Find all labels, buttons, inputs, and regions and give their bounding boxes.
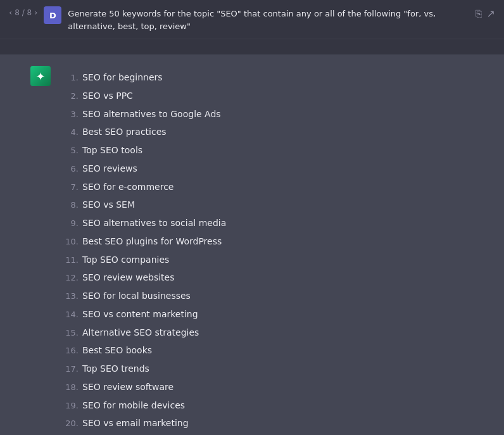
list-item: 14.SEO vs content marketing xyxy=(61,305,474,324)
item-number: 5. xyxy=(61,144,79,158)
copy-icon[interactable]: ⎘ xyxy=(476,8,482,20)
list-item: 16.Best SEO books xyxy=(61,341,474,360)
item-number: 19. xyxy=(61,399,79,413)
item-number: 1. xyxy=(61,71,79,85)
list-item: 17.Top SEO trends xyxy=(61,360,474,378)
list-item: 6.SEO reviews xyxy=(61,160,474,178)
top-bar: ‹ 8 / 8 › D Generate 50 keywords for the… xyxy=(0,0,504,39)
list-item: 7.SEO for e-commerce xyxy=(61,178,474,196)
top-bar-actions: ⎘ ↗ xyxy=(476,6,495,20)
item-number: 14. xyxy=(61,308,79,322)
item-number: 3. xyxy=(61,108,79,122)
item-number: 12. xyxy=(61,271,79,286)
item-number: 7. xyxy=(61,180,79,195)
list-item: 20.SEO vs email marketing xyxy=(61,414,474,432)
keyword-list: 1.SEO for beginners2.SEO vs PPC3.SEO alt… xyxy=(61,68,474,435)
list-item: 13.SEO for local businesses xyxy=(61,287,474,305)
list-item: 15.Alternative SEO strategies xyxy=(61,324,474,342)
list-item: 2.SEO vs PPC xyxy=(61,87,474,105)
assistant-message: ✦ 1.SEO for beginners2.SEO vs PPC3.SEO a… xyxy=(0,54,504,435)
item-number: 18. xyxy=(61,381,79,395)
nav-counter: 8 / 8 xyxy=(15,8,32,17)
list-item: 12.SEO review websites xyxy=(61,268,474,287)
message-body: 1.SEO for beginners2.SEO vs PPC3.SEO alt… xyxy=(61,66,474,435)
main-content: ✦ 1.SEO for beginners2.SEO vs PPC3.SEO a… xyxy=(0,39,504,435)
prompt-text: Generate 50 keywords for the topic "SEO"… xyxy=(68,6,469,32)
item-number: 11. xyxy=(61,253,79,268)
item-number: 17. xyxy=(61,362,79,377)
chatgpt-logo-icon: ✦ xyxy=(35,70,45,83)
item-number: 16. xyxy=(61,344,79,358)
list-item: 19.SEO for mobile devices xyxy=(61,396,474,415)
item-number: 2. xyxy=(61,89,79,104)
list-item: 10.Best SEO plugins for WordPress xyxy=(61,232,474,251)
item-number: 13. xyxy=(61,289,79,304)
export-icon[interactable]: ↗ xyxy=(487,8,495,20)
list-item: 3.SEO alternatives to Google Ads xyxy=(61,105,474,123)
list-item: 11.Top SEO companies xyxy=(61,251,474,269)
assistant-avatar: ✦ xyxy=(30,66,51,86)
nav-arrows: ‹ 8 / 8 › xyxy=(9,6,37,17)
list-item: 9.SEO alternatives to social media xyxy=(61,214,474,232)
nav-prev-button[interactable]: ‹ xyxy=(9,8,12,17)
item-number: 4. xyxy=(61,125,79,140)
list-item: 21.Alternative SEO tactics xyxy=(61,432,474,435)
list-item: 8.SEO vs SEM xyxy=(61,196,474,214)
list-item: 1.SEO for beginners xyxy=(61,68,474,87)
nav-next-button[interactable]: › xyxy=(34,8,37,17)
item-number: 8. xyxy=(61,198,79,213)
item-number: 15. xyxy=(61,326,79,341)
item-number: 20. xyxy=(61,417,79,431)
item-number: 9. xyxy=(61,217,79,231)
list-item: 4.Best SEO practices xyxy=(61,123,474,141)
list-item: 18.SEO review software xyxy=(61,378,474,396)
user-avatar: D xyxy=(44,6,61,24)
item-number: 10. xyxy=(61,235,79,249)
list-item: 5.Top SEO tools xyxy=(61,141,474,160)
item-number: 6. xyxy=(61,162,79,177)
